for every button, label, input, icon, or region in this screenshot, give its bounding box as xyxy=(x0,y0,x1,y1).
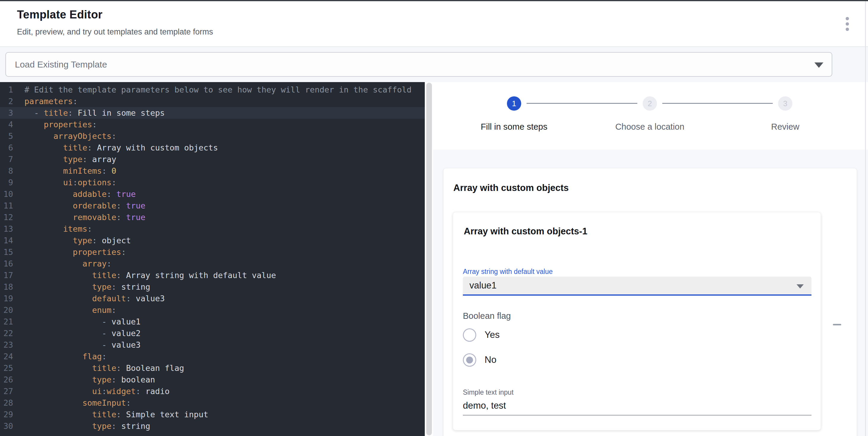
step-circle-3: 3 xyxy=(778,96,793,111)
code-text: - value2 xyxy=(24,328,141,339)
code-text: - value1 xyxy=(24,316,141,328)
line-number: 25 xyxy=(0,362,13,374)
code-text: title: Boolean flag xyxy=(24,362,184,374)
radio-option-label: Yes xyxy=(485,330,500,340)
line-number: 27 xyxy=(0,385,13,397)
code-text: - title: Fill in some steps xyxy=(24,107,165,119)
editor-line: 14 type: object xyxy=(0,235,425,246)
array-item-title: Array with custom objects-1 xyxy=(464,226,587,237)
line-number: 12 xyxy=(0,211,13,223)
simple-text-field-label: Simple text input xyxy=(463,389,514,397)
boolean-flag-label: Boolean flag xyxy=(463,311,511,321)
code-text: properties: xyxy=(24,246,126,258)
code-text: default: value3 xyxy=(24,293,165,304)
editor-line: 20 enum: xyxy=(0,304,425,316)
scaffolder-stepper: 1Fill in some steps2Choose a location3Re… xyxy=(433,82,868,149)
editor-line: 22 - value2 xyxy=(0,328,425,339)
line-number: 7 xyxy=(0,154,13,165)
code-text: properties: xyxy=(24,119,97,130)
code-text: type: string xyxy=(24,281,150,293)
editor-line: 6 title: Array with custom objects xyxy=(0,142,425,154)
line-number: 9 xyxy=(0,177,13,188)
editor-scrollbar-thumb[interactable] xyxy=(426,83,432,435)
code-text: removable: true xyxy=(24,211,145,223)
line-number: 18 xyxy=(0,281,13,293)
line-number: 22 xyxy=(0,328,13,339)
kebab-dot-icon xyxy=(846,28,849,31)
editor-line: 24 flag: xyxy=(0,350,425,362)
code-text: enum: xyxy=(24,304,116,316)
more-options-button[interactable] xyxy=(840,14,854,33)
line-number: 13 xyxy=(0,223,13,235)
code-text: title: Array with custom objects xyxy=(24,142,218,154)
simple-text-input-underline xyxy=(463,415,811,415)
load-existing-template-select[interactable]: Load Existing Template xyxy=(5,52,832,77)
form-section-title: Array with custom objects xyxy=(453,182,569,193)
code-text: - value3 xyxy=(24,339,141,350)
line-number: 2 xyxy=(0,96,13,107)
step-label: Fill in some steps xyxy=(448,122,580,132)
radio-selected-icon xyxy=(463,353,476,367)
line-number: 6 xyxy=(0,142,13,154)
radio-unselected-icon xyxy=(463,328,476,342)
window-top-strip xyxy=(0,0,868,1)
yaml-code-editor[interactable]: 1# Edit the template parameters below to… xyxy=(0,82,425,436)
editor-line: 26 type: boolean xyxy=(0,374,425,385)
code-text: items: xyxy=(24,223,92,235)
line-number: 11 xyxy=(0,200,13,211)
code-text: type: boolean xyxy=(24,374,155,385)
page-scrollbar-track[interactable] xyxy=(865,1,866,436)
editor-line: 1# Edit the template parameters below to… xyxy=(0,84,425,96)
code-text: title: Simple text input xyxy=(24,409,208,420)
editor-line: 27 ui:widget: radio xyxy=(0,385,425,397)
step-connector xyxy=(527,103,637,104)
minus-icon xyxy=(833,324,841,325)
remove-array-item-button[interactable] xyxy=(829,318,845,331)
line-number: 1 xyxy=(0,84,13,96)
step-label: Choose a location xyxy=(584,122,715,132)
editor-line: 10 addable: true xyxy=(0,188,425,200)
array-string-field-label: Array string with default value xyxy=(463,268,553,276)
line-number: 23 xyxy=(0,339,13,350)
line-number: 28 xyxy=(0,397,13,409)
radio-option-yes[interactable]: Yes xyxy=(463,325,500,345)
chevron-down-icon xyxy=(814,63,823,68)
step-label: Review xyxy=(720,122,851,132)
code-text: orderable: true xyxy=(24,200,145,211)
editor-line: 3 - title: Fill in some steps xyxy=(0,107,425,119)
editor-line: 4 properties: xyxy=(0,119,425,130)
code-text: title: Array string with default value xyxy=(24,269,276,281)
simple-text-input[interactable]: demo, test xyxy=(463,400,506,411)
editor-line: 21 - value1 xyxy=(0,316,425,328)
code-text: type: string xyxy=(24,420,150,432)
line-number: 10 xyxy=(0,188,13,200)
array-string-select[interactable]: value1 xyxy=(463,277,811,296)
radio-option-no[interactable]: No xyxy=(463,350,497,370)
editor-line: 25 title: Boolean flag xyxy=(0,362,425,374)
line-number: 16 xyxy=(0,258,13,269)
code-text: # Edit the template parameters below to … xyxy=(24,84,411,96)
kebab-dot-icon xyxy=(846,22,849,26)
editor-line: 8 minItems: 0 xyxy=(0,165,425,177)
line-number: 26 xyxy=(0,374,13,385)
line-number: 15 xyxy=(0,246,13,258)
line-number: 21 xyxy=(0,316,13,328)
line-number: 3 xyxy=(0,107,13,119)
line-number: 20 xyxy=(0,304,13,316)
line-number: 19 xyxy=(0,293,13,304)
form-step-card: Array with custom objects Array with cus… xyxy=(443,168,857,436)
code-text: ui:options: xyxy=(24,177,116,188)
page-subtitle: Edit, preview, and try out templates and… xyxy=(17,27,213,37)
editor-line: 11 orderable: true xyxy=(0,200,425,211)
code-text: addable: true xyxy=(24,188,136,200)
editor-line: 29 title: Simple text input xyxy=(0,409,425,420)
line-number: 14 xyxy=(0,235,13,246)
editor-scrollbar xyxy=(425,82,433,436)
editor-line: 18 type: string xyxy=(0,281,425,293)
line-number: 24 xyxy=(0,350,13,362)
triangle-down-icon xyxy=(797,284,804,289)
editor-line: 7 type: array xyxy=(0,154,425,165)
editor-line: 17 title: Array string with default valu… xyxy=(0,269,425,281)
code-text: flag: xyxy=(24,350,106,362)
form-preview-section: Array with custom objects Array with cus… xyxy=(433,149,868,436)
